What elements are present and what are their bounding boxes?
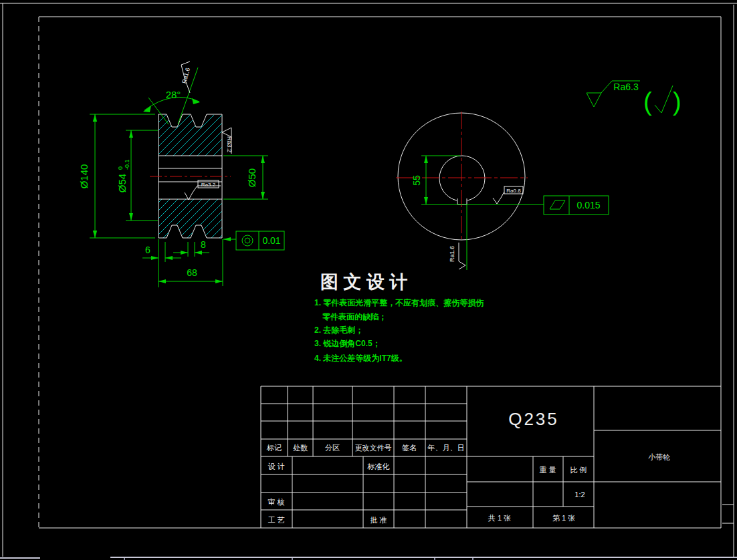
- tb-process-label: 工 艺: [268, 516, 284, 524]
- section-hatch-top: [159, 115, 222, 156]
- screen-bottom-edge: [0, 557, 737, 560]
- tb-sign-label: 签名: [402, 444, 417, 452]
- tb-doc-label: 更改文件号: [355, 444, 392, 452]
- tb-scale-value: 1:2: [574, 491, 585, 499]
- tb-date-label: 年、月、日: [427, 444, 465, 452]
- tb-scale-label: 比 例: [570, 466, 587, 474]
- pulley-section-view: [150, 114, 231, 238]
- roughness-top-icon: Ra1.6: [181, 61, 191, 93]
- dim-d54-main: Ø54: [116, 174, 128, 192]
- default-roughness-note: Ra6.3 ( ): [587, 81, 681, 116]
- tb-design-label: 设 计: [268, 462, 284, 470]
- bore-circle: [439, 156, 485, 201]
- parallelism-icon: [550, 200, 565, 209]
- tb-material: Q235: [508, 409, 559, 429]
- default-roughness-text: Ra6.3: [613, 82, 639, 92]
- roughness-bore-text: Ra3.2: [201, 182, 216, 188]
- tb-count-label: 处数: [293, 444, 308, 452]
- dim-55-text: 55: [411, 175, 422, 186]
- tb-mark-label: 标记: [266, 444, 282, 452]
- section-hatch-bottom: [159, 199, 222, 238]
- tb-part-name: 小带轮: [648, 453, 671, 461]
- check-icon: [655, 86, 673, 113]
- tb-zone-label: 分区: [325, 444, 340, 452]
- roughness-bore-icon: Ra3.2: [185, 180, 221, 200]
- paren-close: ): [673, 88, 681, 116]
- dim-8: 8: [173, 239, 209, 257]
- paren-open: (: [643, 88, 652, 116]
- note-line: 4. 未注公差等级为IT7级。: [314, 354, 407, 363]
- dim-d50: Ø50: [223, 156, 268, 199]
- technical-notes: 1. 零件表面光滑平整，不应有划痕、擦伤等损伤 零件表面的缺陷； 2. 去除毛刺…: [314, 298, 484, 363]
- fcf-runout-value: 0.01: [262, 235, 280, 246]
- dim-d54: Ø54 0 -0.1: [116, 130, 158, 221]
- tb-audit-label: 审 核: [268, 498, 284, 506]
- note-line: 2. 去除毛刺；: [314, 325, 363, 335]
- dim-angle-text: 28°: [166, 89, 181, 100]
- fcf-parallelism-value: 0.015: [576, 200, 600, 211]
- dim-8-text: 8: [201, 239, 206, 250]
- dim-d54-upper-tol: 0: [117, 166, 124, 170]
- roughness-keyway-icon: Ra1.6: [449, 243, 465, 269]
- tb-sheet-no: 第 1 张: [552, 514, 575, 522]
- dim-55: 55: [411, 156, 460, 204]
- cad-viewport: Ø140 Ø54 0 -0.1 Ø50 28° Ra1.6: [0, 0, 737, 560]
- roughness-side-text: Ra3.2: [226, 136, 233, 152]
- dim-68-text: 68: [187, 267, 197, 278]
- roughness-keyway-text: Ra1.6: [449, 246, 455, 262]
- fcf-runout: 0.01: [223, 231, 284, 250]
- concentricity-icon: [242, 235, 253, 246]
- roughness-hub-icon: Ra0.8: [493, 186, 523, 204]
- roughness-hub-text: Ra0.8: [506, 188, 521, 194]
- dim-68: 68: [159, 239, 223, 286]
- dim-6-text: 6: [145, 245, 150, 255]
- dim-d54-lower-tol: -0.1: [124, 159, 130, 170]
- cad-drawing-canvas: Ø140 Ø54 0 -0.1 Ø50 28° Ra1.6: [0, 0, 737, 560]
- roughness-side-icon: Ra3.2: [222, 128, 233, 154]
- tb-standard-label: 标准化: [367, 462, 390, 470]
- note-line: 零件表面的缺陷；: [322, 312, 387, 321]
- dim-d50-text: Ø50: [246, 168, 257, 187]
- dim-6: 6: [142, 239, 181, 287]
- dim-d140-text: Ø140: [78, 164, 90, 189]
- note-line: 3. 锐边倒角C0.5；: [314, 339, 381, 348]
- tb-weight-label: 重 量: [539, 466, 556, 474]
- roughness-base-icon: [587, 93, 601, 107]
- tb-sheets-total: 共 1 张: [488, 514, 511, 522]
- page-heading: 图 文 设 计: [320, 272, 408, 292]
- note-line: 1. 零件表面光滑平整，不应有划痕、擦伤等损伤: [314, 298, 484, 307]
- tb-approve-label: 批 准: [370, 516, 387, 524]
